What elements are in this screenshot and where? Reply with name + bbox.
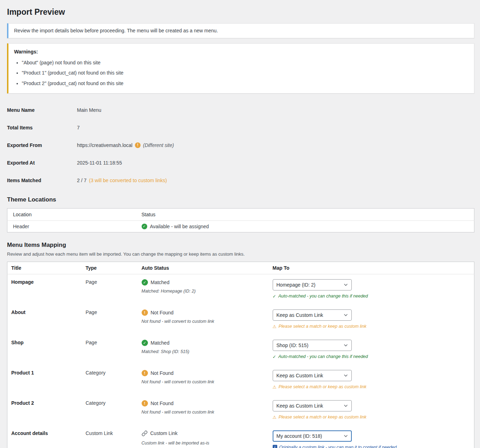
map-to-cell: Homepage (ID: 2) ✓ Auto-matched - you ca… xyxy=(269,274,474,305)
map-to-select-wrap: My account (ID: 518) xyxy=(273,430,352,442)
menu-name-value: Main Menu xyxy=(77,107,101,113)
map-note-text: Auto-matched - you can change this if ne… xyxy=(278,354,368,359)
detail-label: Menu Name xyxy=(7,107,77,113)
status-label: Matched xyxy=(151,280,170,285)
status-label: Matched xyxy=(151,340,170,346)
available-check-icon: ✓ xyxy=(142,224,147,229)
status-detail: Not found - will convert to custom link xyxy=(142,319,265,324)
table-row: Product 2 Category ! Not Found Not found… xyxy=(7,395,474,425)
import-details: Menu Name Main Menu Total Items 7 Export… xyxy=(7,101,474,189)
theme-locations-table: Location Status Header ✓ Available - wil… xyxy=(7,208,474,232)
status-detail: Matched: Shop (ID: 515) xyxy=(142,349,265,354)
status-label: Not Found xyxy=(151,401,174,406)
different-site-warning-icon: ! xyxy=(135,142,141,148)
map-note: ⚠ Please select a match or keep as custo… xyxy=(273,324,471,329)
status-label: Not Found xyxy=(151,310,174,315)
detail-label: Items Matched xyxy=(7,178,77,183)
column-title: Title xyxy=(7,262,82,274)
item-type: Page xyxy=(82,335,138,365)
map-to-select-wrap: Keep as Custom Link xyxy=(273,309,352,321)
map-note: ✓ Auto-matched - you can change this if … xyxy=(273,354,471,359)
exported-at-value: 2025-11-01 11:18:55 xyxy=(77,160,122,166)
map-to-cell: Keep as Custom Link ⚠ Please select a ma… xyxy=(269,365,474,395)
map-note: ✓ Auto-matched - you can change this if … xyxy=(273,294,471,299)
total-items-value: 7 xyxy=(77,125,80,130)
map-to-select[interactable]: Keep as Custom Link xyxy=(273,400,352,411)
exported-from-url: https://creativemash.local xyxy=(77,142,132,148)
item-title: Product 2 xyxy=(7,395,82,425)
warnings-title: Warnings: xyxy=(14,49,468,56)
detail-row-items-matched: Items Matched 2 / 7 (3 will be converted… xyxy=(7,172,474,189)
matched-icon: ✓ xyxy=(142,279,148,286)
detail-label: Exported At xyxy=(7,160,77,166)
detail-label: Exported From xyxy=(7,142,77,148)
column-map-to: Map To xyxy=(269,262,474,274)
not-found-icon: ! xyxy=(142,309,148,316)
different-site-note: (Different site) xyxy=(143,142,174,148)
item-status-cell: ✓ Matched Matched: Shop (ID: 515) xyxy=(138,335,269,365)
map-to-select-wrap: Keep as Custom Link xyxy=(273,370,352,381)
map-note: ⚠ Please select a match or keep as custo… xyxy=(273,384,471,390)
map-note-text: Originally a custom link - you can map i… xyxy=(279,445,397,448)
location-status-text: Available - will be assigned xyxy=(150,224,209,229)
status-detail: Not found - will convert to custom link xyxy=(142,410,265,415)
map-note: i Originally a custom link - you can map… xyxy=(273,445,471,448)
status-label: Not Found xyxy=(151,370,174,376)
link-icon xyxy=(142,430,148,436)
warnings-notice: Warnings: "About" (page) not found on th… xyxy=(7,43,474,93)
status-detail: Not found - will convert to custom link xyxy=(142,379,265,384)
mapping-table-header-row: Title Type Auto Status Map To xyxy=(7,262,474,274)
item-title: Product 1 xyxy=(7,365,82,395)
item-type: Category xyxy=(82,395,138,425)
detail-row-exported-from: Exported From https://creativemash.local… xyxy=(7,136,474,154)
map-note-text: Please select a match or keep as custom … xyxy=(279,415,367,420)
map-note: ⚠ Please select a match or keep as custo… xyxy=(273,415,471,420)
not-found-icon: ! xyxy=(142,400,148,407)
map-to-cell: Shop (ID: 515) ✓ Auto-matched - you can … xyxy=(269,335,474,365)
items-matched-count: 2 / 7 xyxy=(77,178,86,183)
items-matched-note: (3 will be converted to custom links) xyxy=(89,178,167,183)
mapping-description: Review and adjust how each menu item wil… xyxy=(7,251,474,257)
exported-from-value: https://creativemash.local ! (Different … xyxy=(77,142,174,148)
map-to-cell: My account (ID: 518) i Originally a cust… xyxy=(269,425,474,448)
table-row: About Page ! Not Found Not found - will … xyxy=(7,305,474,335)
map-to-select-wrap: Shop (ID: 515) xyxy=(273,340,352,351)
item-title: Account details xyxy=(7,425,82,448)
info-notice-text: Review the import details below before p… xyxy=(14,27,468,34)
column-location: Location xyxy=(7,208,136,220)
item-status-cell: ! Not Found Not found - will convert to … xyxy=(138,305,269,335)
warning-item: "About" (page) not found on this site xyxy=(22,59,468,66)
status-detail: Matched: Homepage (ID: 2) xyxy=(142,289,265,294)
matched-icon: ✓ xyxy=(142,340,148,346)
check-icon: ✓ xyxy=(273,354,276,359)
column-auto-status: Auto Status xyxy=(138,262,269,274)
map-to-select-wrap: Keep as Custom Link xyxy=(273,400,352,411)
table-row: Shop Page ✓ Matched Matched: Shop (ID: 5… xyxy=(7,335,474,365)
table-row: Product 1 Category ! Not Found Not found… xyxy=(7,365,474,395)
warning-item: "Product 1" (product_cat) not found on t… xyxy=(22,69,468,76)
map-to-cell: Keep as Custom Link ⚠ Please select a ma… xyxy=(269,305,474,335)
info-notice: Review the import details below before p… xyxy=(7,23,474,39)
map-to-select[interactable]: Keep as Custom Link xyxy=(273,370,352,381)
item-type: Page xyxy=(82,274,138,305)
column-status: Status xyxy=(136,208,474,220)
mapping-heading: Menu Items Mapping xyxy=(7,242,474,249)
map-to-select[interactable]: My account (ID: 518) xyxy=(273,430,352,442)
item-title: Shop xyxy=(7,335,82,365)
map-to-select[interactable]: Homepage (ID: 2) xyxy=(273,279,352,290)
not-found-icon: ! xyxy=(142,370,148,376)
theme-table-header-row: Location Status xyxy=(7,208,474,220)
warning-icon: ⚠ xyxy=(273,415,277,420)
warning-item: "Product 2" (product_cat) not found on t… xyxy=(22,80,468,87)
status-label: Custom Link xyxy=(150,430,178,436)
detail-row-exported-at: Exported At 2025-11-01 11:18:55 xyxy=(7,154,474,172)
warning-icon: ⚠ xyxy=(273,384,277,390)
check-icon: ✓ xyxy=(273,294,276,299)
map-note-text: Auto-matched - you can change this if ne… xyxy=(278,294,368,299)
detail-row-total-items: Total Items 7 xyxy=(7,119,474,136)
map-to-select[interactable]: Keep as Custom Link xyxy=(273,309,352,321)
items-matched-value: 2 / 7 (3 will be converted to custom lin… xyxy=(77,178,167,183)
item-type: Category xyxy=(82,365,138,395)
item-title: Hompage xyxy=(7,274,82,305)
map-to-select[interactable]: Shop (ID: 515) xyxy=(273,340,352,351)
